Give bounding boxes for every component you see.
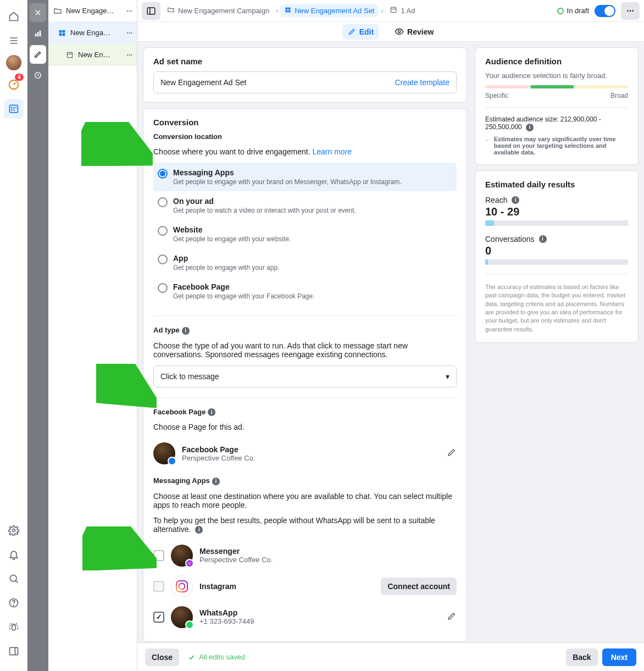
radio-on-your-ad[interactable]: On your adGet people to watch a video or… xyxy=(153,191,457,220)
ad-icon xyxy=(390,6,397,15)
saved-indicator: All edits saved xyxy=(188,653,245,661)
facebook-badge-icon xyxy=(168,457,176,465)
svg-rect-17 xyxy=(59,30,62,32)
info-icon[interactable]: i xyxy=(212,478,220,485)
card-heading: Conversion xyxy=(153,118,457,127)
svg-rect-22 xyxy=(147,8,155,14)
more-menu-button[interactable]: ··· xyxy=(621,2,640,20)
whatsapp-checkbox[interactable] xyxy=(153,612,164,623)
info-icon[interactable]: i xyxy=(182,327,190,335)
ads-manager-icon[interactable] xyxy=(4,99,24,119)
card-heading: Estimated daily results xyxy=(485,180,628,189)
more-icon[interactable]: ··· xyxy=(126,51,132,59)
close-editor-button[interactable] xyxy=(30,3,46,22)
bug-icon[interactable] xyxy=(4,617,24,637)
tab-review[interactable]: Review xyxy=(389,24,439,40)
menu-icon[interactable] xyxy=(4,31,24,51)
crumb-label: New Engagement Ad Set xyxy=(295,7,374,15)
svg-point-28 xyxy=(398,30,400,32)
badge: 4 xyxy=(15,74,24,81)
whatsapp-badge-icon xyxy=(185,620,194,629)
rail-chart-icon[interactable] xyxy=(30,24,46,43)
connect-instagram-button[interactable]: Connect account xyxy=(381,578,457,595)
status-badge: In draft xyxy=(557,7,589,15)
back-button[interactable]: Back xyxy=(566,648,597,666)
messenger-checkbox[interactable] xyxy=(153,550,164,561)
campaign-tree: New Engage… ··· New Enga… ··· New En… ··… xyxy=(48,0,137,671)
whatsapp-row: WhatsApp+1 323-693-7449 xyxy=(153,602,457,633)
tree-label: New En… xyxy=(78,51,126,59)
crumb-adset[interactable]: New Engagement Ad Set xyxy=(280,4,379,17)
info-icon[interactable]: i xyxy=(526,124,534,131)
adset-icon xyxy=(57,29,67,37)
avatar[interactable] xyxy=(6,55,21,70)
search-icon[interactable] xyxy=(4,569,24,589)
create-template-link[interactable]: Create template xyxy=(395,78,449,87)
info-icon[interactable]: i xyxy=(512,196,519,204)
reach-label: Reachi xyxy=(485,196,628,204)
fbpage-heading: Facebook Pagei xyxy=(153,408,457,417)
editor-rail xyxy=(27,0,48,671)
adtype-select[interactable]: Click to message ▾ xyxy=(153,365,457,387)
messenger-row: MessengerPerspective Coffee Co. xyxy=(153,540,457,571)
info-icon[interactable]: i xyxy=(539,235,547,243)
rail-clock-icon[interactable] xyxy=(30,66,46,85)
meter-labels: SpecificBroad xyxy=(485,92,628,99)
page-avatar xyxy=(171,545,193,567)
tab-edit[interactable]: Edit xyxy=(342,24,379,40)
radio-circle xyxy=(158,197,168,207)
card-adset-name: Ad set name Create template xyxy=(143,47,467,103)
svg-rect-18 xyxy=(63,30,65,32)
edit-page-button[interactable] xyxy=(447,447,457,459)
gear-icon[interactable] xyxy=(4,520,24,540)
instagram-row: Instagram Connect account xyxy=(153,571,457,602)
tree-label: New Enga… xyxy=(70,29,126,37)
chevron-right-icon: › xyxy=(381,7,383,15)
rail-edit-icon[interactable] xyxy=(30,45,46,64)
chevron-right-icon: › xyxy=(276,7,278,15)
radio-website[interactable]: WebsiteGet people to engage with your we… xyxy=(153,220,457,248)
more-icon[interactable]: ··· xyxy=(126,29,132,37)
radio-messaging-apps[interactable]: Messaging AppsGet people to engage with … xyxy=(153,163,457,191)
conversion-sub: Conversion location xyxy=(153,132,457,141)
learn-more-link[interactable]: Learn more xyxy=(313,147,352,156)
conv-bar xyxy=(485,259,628,265)
page-avatar xyxy=(153,442,175,464)
check-icon xyxy=(188,653,196,661)
help-icon[interactable] xyxy=(4,593,24,613)
close-button[interactable]: Close xyxy=(145,648,179,666)
crumb-label: 1 Ad xyxy=(401,7,415,15)
svg-rect-15 xyxy=(40,31,41,37)
adtype-help: Choose the type of ad you want to run. A… xyxy=(153,341,457,359)
gauge-icon[interactable]: 4 xyxy=(4,75,24,95)
panel-icon[interactable] xyxy=(4,641,24,661)
folder-icon xyxy=(167,6,175,15)
collapse-button[interactable] xyxy=(142,2,160,20)
info-icon[interactable]: i xyxy=(195,526,203,534)
svg-rect-1 xyxy=(9,105,18,112)
more-icon[interactable]: ··· xyxy=(126,7,132,15)
adset-name-input[interactable] xyxy=(160,78,395,87)
instagram-checkbox[interactable] xyxy=(153,581,164,592)
tree-campaign[interactable]: New Engage… ··· xyxy=(48,0,137,22)
svg-rect-19 xyxy=(59,33,62,36)
crumb-ad[interactable]: 1 Ad xyxy=(385,4,419,18)
edit-whatsapp-button[interactable] xyxy=(447,611,457,623)
msgapps-heading: Messaging Appsi xyxy=(153,476,457,485)
svg-rect-23 xyxy=(286,8,288,10)
svg-rect-14 xyxy=(37,32,39,36)
home-icon[interactable] xyxy=(4,7,24,26)
svg-rect-12 xyxy=(9,647,18,655)
radio-app[interactable]: AppGet people to engage with your app. xyxy=(153,248,457,277)
svg-point-10 xyxy=(13,605,14,606)
radio-facebook-page[interactable]: Facebook PageGet people to engage with y… xyxy=(153,277,457,306)
info-icon[interactable]: i xyxy=(208,408,215,416)
bell-icon[interactable] xyxy=(4,545,24,564)
crumb-campaign[interactable]: New Engagement Campaign xyxy=(163,4,274,18)
tree-adset[interactable]: New Enga… ··· xyxy=(48,22,137,44)
tree-ad[interactable]: New En… ··· xyxy=(48,44,137,66)
publish-toggle[interactable] xyxy=(595,5,615,17)
next-button[interactable]: Next xyxy=(602,648,636,666)
svg-rect-25 xyxy=(286,10,288,13)
svg-rect-27 xyxy=(391,7,396,12)
